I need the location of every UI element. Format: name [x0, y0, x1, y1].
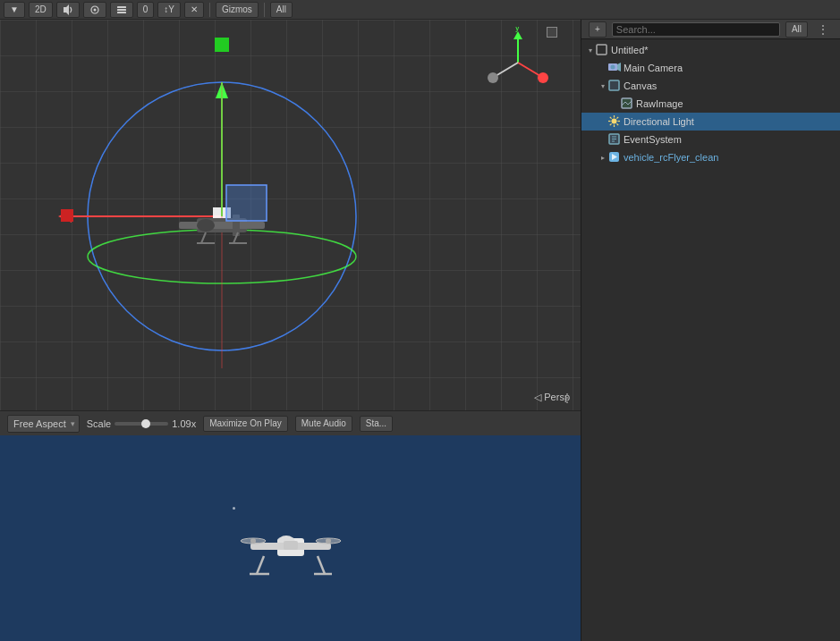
hierarchy-item-directional-light[interactable]: Directional Light — [581, 113, 840, 131]
hierarchy-all-btn[interactable]: All — [785, 21, 808, 38]
scale-slider-thumb — [141, 419, 150, 428]
scale-container: Scale 1.09x — [87, 418, 196, 429]
svg-rect-15 — [215, 38, 229, 52]
toolbar-gizmos-btn[interactable]: Gizmos — [216, 2, 259, 18]
scene-icon — [596, 44, 608, 56]
svg-line-60 — [610, 117, 612, 119]
toolbar-2d-btn[interactable]: 2D — [29, 2, 53, 18]
toolbar-axis-btn[interactable]: ↕Y — [157, 2, 181, 18]
svg-text:y: y — [515, 27, 520, 32]
svg-point-2 — [93, 8, 96, 11]
svg-rect-18 — [179, 222, 265, 229]
toolbar-effects-btn[interactable] — [83, 2, 106, 18]
svg-point-31 — [488, 72, 498, 83]
svg-line-61 — [616, 123, 618, 125]
hierarchy-item-label: Directional Light — [624, 116, 694, 127]
rawimage-icon — [621, 97, 633, 110]
svg-line-21 — [201, 232, 206, 243]
scene-view[interactable]: y x ◁ Persp ⋮ — [0, 20, 581, 410]
view-mode-icon[interactable] — [547, 27, 557, 38]
toolbar-layers-btn[interactable] — [110, 2, 133, 18]
svg-marker-27 — [513, 31, 522, 39]
toolbar-audio-btn[interactable] — [56, 2, 80, 18]
prefab-icon — [608, 151, 621, 164]
arrow-right-icon — [598, 152, 608, 163]
svg-line-62 — [616, 117, 618, 119]
mute-audio-btn[interactable]: Mute Audio — [295, 416, 352, 432]
svg-rect-50 — [609, 80, 619, 90]
scale-value: 1.09x — [172, 418, 196, 429]
svg-rect-5 — [117, 12, 126, 13]
hierarchy-item-label: Untitled* — [611, 45, 649, 55]
aspect-dropdown[interactable]: Free Aspect — [7, 415, 80, 433]
toolbar-all-btn[interactable]: All — [270, 2, 293, 18]
scale-slider[interactable] — [115, 422, 168, 426]
svg-line-38 — [318, 556, 325, 574]
svg-point-49 — [611, 65, 615, 70]
axis-gizmo-container: y x — [482, 27, 554, 101]
hierarchy-item-canvas[interactable]: Canvas — [581, 77, 840, 95]
svg-rect-45 — [284, 541, 298, 550]
hierarchy-item-label: RawImage — [636, 98, 683, 109]
svg-rect-4 — [117, 9, 126, 11]
svg-line-28 — [518, 63, 540, 76]
light-icon — [608, 115, 621, 128]
eventsystem-icon — [608, 133, 621, 146]
maximize-on-play-btn[interactable]: Maximize On Play — [203, 416, 288, 432]
svg-point-44 — [326, 538, 331, 544]
hierarchy-add-btn[interactable]: + — [589, 21, 607, 38]
svg-marker-48 — [617, 63, 621, 72]
toolbar-dropdown-btn[interactable]: ▼ — [4, 2, 25, 18]
svg-rect-3 — [117, 6, 126, 8]
stats-btn[interactable]: Sta... — [360, 416, 393, 432]
camera-icon — [608, 62, 621, 74]
axis-gizmo: y x — [482, 27, 554, 98]
toolbar-x-btn[interactable]: ✕ — [184, 2, 204, 18]
hierarchy-item-label: Main Camera — [624, 63, 683, 73]
arrow-down-icon — [598, 80, 608, 91]
main-content: y x ◁ Persp ⋮ Free Aspect Scale 1.09x — [0, 20, 840, 641]
svg-text:x: x — [539, 75, 544, 84]
toolbar-0-btn[interactable]: 0 — [137, 2, 155, 18]
top-toolbar: ▼ 2D 0 ↕Y ✕ Gizmos All — [0, 0, 840, 20]
scene-options-btn[interactable]: ⋮ — [561, 391, 573, 405]
hierarchy-item-untitled[interactable]: Untitled* — [581, 41, 840, 59]
svg-point-43 — [250, 538, 256, 544]
hierarchy-header: + All ⋮ — [581, 20, 840, 39]
hierarchy-content: Untitled* Main Camera — [581, 39, 840, 641]
svg-marker-0 — [64, 4, 69, 15]
svg-rect-25 — [226, 185, 267, 221]
svg-point-55 — [612, 119, 617, 124]
svg-rect-46 — [597, 45, 607, 55]
hierarchy-item-label: vehicle_rcFlyer_clean — [624, 152, 718, 163]
scale-label: Scale — [87, 418, 112, 429]
hierarchy-item-label: Canvas — [624, 80, 657, 91]
canvas-icon — [608, 80, 621, 92]
hierarchy-item-main-camera[interactable]: Main Camera — [581, 59, 840, 77]
toolbar-separator — [209, 3, 210, 17]
hierarchy-item-label: EventSystem — [624, 134, 682, 145]
toolbar-separator-2 — [264, 3, 265, 17]
hierarchy-item-vehicle[interactable]: vehicle_rcFlyer_clean — [581, 148, 840, 166]
left-panel: y x ◁ Persp ⋮ Free Aspect Scale 1.09x — [0, 20, 581, 641]
svg-line-63 — [610, 123, 612, 125]
hierarchy-search-input[interactable] — [612, 22, 780, 37]
arrow-down-icon — [585, 45, 596, 55]
game-view — [0, 435, 581, 641]
distant-dot — [233, 507, 235, 510]
svg-point-20 — [197, 219, 215, 232]
hierarchy-menu-btn[interactable]: ⋮ — [813, 23, 833, 36]
hierarchy-item-rawimage[interactable]: RawImage — [581, 95, 840, 113]
scene-bottom-bar: Free Aspect Scale 1.09x Maximize On Play… — [0, 410, 581, 435]
svg-line-37 — [257, 556, 264, 574]
right-panel: + All ⋮ Untitled* — [581, 20, 840, 641]
drone-svg — [237, 516, 344, 587]
hierarchy-item-eventsystem[interactable]: EventSystem — [581, 131, 840, 148]
svg-line-30 — [496, 63, 518, 76]
svg-rect-11 — [61, 209, 73, 222]
